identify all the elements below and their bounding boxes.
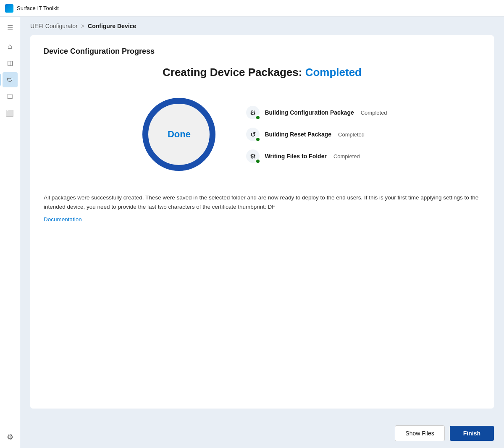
- sidebar-item-shield[interactable]: 🛡: [3, 72, 18, 87]
- footer-buttons: Show Files Finish: [20, 419, 504, 448]
- description-text: All packages were successfully created. …: [44, 193, 480, 211]
- breadcrumb-current: Configure Device: [88, 23, 136, 29]
- sidebar-item-device[interactable]: ◫: [3, 55, 18, 71]
- hamburger-icon: ☰: [7, 24, 13, 32]
- sidebar-item-monitor[interactable]: ⬜: [3, 106, 18, 121]
- section-title: Device Configuration Progress: [44, 47, 480, 56]
- app-icon: [5, 4, 13, 13]
- step-status-write: Completed: [333, 153, 360, 160]
- sidebar: ☰ ⌂ ◫ 🛡 ❏ ⬜ ⚙: [0, 17, 20, 448]
- sidebar-item-home[interactable]: ⌂: [3, 39, 18, 54]
- progress-visual: Done ⚙ Building Configuration Package Co…: [44, 92, 480, 176]
- app-layout: ☰ ⌂ ◫ 🛡 ❏ ⬜ ⚙ UEFI Configurator > Config…: [0, 17, 504, 448]
- donut-label: Done: [168, 129, 191, 140]
- show-files-button[interactable]: Show Files: [395, 425, 444, 441]
- content-panel: Device Configuration Progress Creating D…: [30, 35, 494, 409]
- step-item-write: ⚙ Writing Files to Folder Completed: [246, 149, 387, 163]
- title-bar: Surface IT Toolkit: [0, 0, 504, 17]
- step-icon-reset: ↺: [246, 128, 260, 141]
- config-icon: ⚙: [250, 109, 256, 117]
- progress-area: Creating Device Packages: Completed: [44, 66, 480, 397]
- heading-status: Completed: [305, 66, 362, 79]
- device-icon: ◫: [7, 59, 13, 67]
- config-badge: [255, 115, 260, 120]
- documentation-link[interactable]: Documentation: [44, 216, 480, 223]
- packages-heading: Creating Device Packages: Completed: [44, 66, 480, 79]
- breadcrumb-separator: >: [81, 23, 84, 29]
- donut-container: Done: [137, 92, 221, 176]
- write-badge: [255, 159, 260, 164]
- home-icon: ⌂: [8, 42, 12, 51]
- step-name-reset: Building Reset Package: [265, 131, 331, 138]
- step-name-config: Building Configuration Package: [265, 109, 354, 116]
- write-icon: ⚙: [250, 152, 256, 160]
- app-title: Surface IT Toolkit: [17, 5, 59, 11]
- sidebar-menu-toggle[interactable]: ☰: [3, 20, 18, 35]
- step-status-config: Completed: [361, 110, 387, 116]
- settings-button[interactable]: ⚙: [3, 430, 18, 445]
- steps-list: ⚙ Building Configuration Package Complet…: [246, 106, 387, 163]
- breadcrumb: UEFI Configurator > Configure Device: [20, 17, 504, 35]
- step-item-config: ⚙ Building Configuration Package Complet…: [246, 106, 387, 119]
- package-icon: ❏: [7, 93, 13, 100]
- reset-badge: [255, 137, 260, 142]
- gear-icon: ⚙: [7, 432, 13, 442]
- step-icon-config: ⚙: [246, 106, 260, 119]
- heading-text: Creating Device Packages:: [163, 66, 305, 79]
- shield-icon: 🛡: [7, 76, 13, 84]
- step-icon-write: ⚙: [246, 149, 260, 163]
- monitor-icon: ⬜: [6, 110, 14, 117]
- finish-button[interactable]: Finish: [450, 426, 494, 441]
- breadcrumb-parent[interactable]: UEFI Configurator: [30, 23, 78, 29]
- main-content: UEFI Configurator > Configure Device Dev…: [20, 17, 504, 448]
- sidebar-item-package[interactable]: ❏: [3, 89, 18, 104]
- reset-icon: ↺: [250, 131, 256, 139]
- step-name-write: Writing Files to Folder: [265, 153, 327, 160]
- step-status-reset: Completed: [338, 131, 365, 138]
- step-item-reset: ↺ Building Reset Package Completed: [246, 128, 387, 141]
